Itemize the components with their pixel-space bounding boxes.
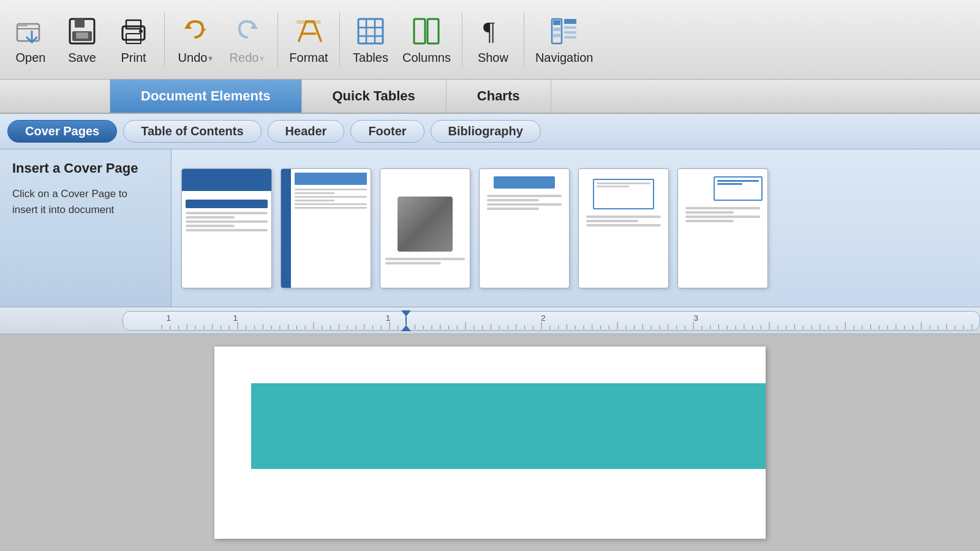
- thumb5-line1: [586, 216, 661, 218]
- document-page: [214, 347, 766, 539]
- cover-thumb-5[interactable]: [578, 168, 669, 288]
- svg-rect-5: [76, 32, 88, 39]
- redo-label: Redo: [230, 51, 259, 65]
- thumb6-inner1: [717, 180, 759, 182]
- svg-rect-3: [75, 19, 85, 28]
- sub-tab-bibliography[interactable]: Bibliography: [431, 120, 541, 143]
- save-label: Save: [68, 51, 96, 65]
- sub-tab-header[interactable]: Header: [268, 120, 345, 143]
- sub-tab-table-of-contents[interactable]: Table of Contents: [123, 120, 261, 143]
- toolbar: Open Save Print: [0, 0, 980, 80]
- thumb5-box: [593, 179, 654, 209]
- navigation-icon: [547, 14, 581, 48]
- tab-quick-tables[interactable]: Quick Tables: [302, 80, 447, 113]
- open-button[interactable]: Open: [6, 6, 55, 73]
- cover-thumb-1[interactable]: [181, 168, 272, 288]
- thumb6-line1: [685, 207, 760, 209]
- thumb4-line2: [487, 199, 539, 201]
- svg-rect-14: [296, 20, 321, 24]
- ruler-indent-marker[interactable]: [401, 310, 411, 331]
- thumb6-line2: [685, 211, 734, 214]
- print-button[interactable]: Print: [109, 6, 158, 73]
- document-teal-bar: [251, 383, 766, 469]
- thumb6-lines: [683, 207, 763, 224]
- navigation-label: Navigation: [535, 51, 594, 65]
- thumb4-line1: [487, 195, 562, 197]
- thumb1-body: [182, 191, 271, 288]
- save-icon: [65, 14, 99, 48]
- svg-rect-28: [553, 20, 560, 25]
- divider-1: [164, 12, 165, 67]
- thumb2-line5: [295, 203, 367, 205]
- svg-marker-11: [203, 29, 206, 32]
- sub-tab-footer[interactable]: Footer: [350, 120, 424, 143]
- open-icon: [13, 14, 48, 48]
- undo-icon: [178, 14, 213, 48]
- cover-section-body: Click on a Cover Page to insert it into …: [12, 186, 159, 217]
- ruler-container: 1 1 1 2 3: [0, 307, 980, 334]
- format-button[interactable]: Format: [284, 6, 333, 73]
- svg-rect-25: [564, 26, 576, 29]
- svg-text:1: 1: [233, 313, 238, 323]
- thumb1-line1: [186, 212, 268, 214]
- divider-4: [462, 12, 462, 67]
- thumb5-line2: [586, 220, 638, 222]
- divider-2: [277, 12, 278, 67]
- thumb2-line6: [295, 207, 367, 209]
- thumb1-line5: [186, 229, 268, 231]
- thumb6-box: [714, 176, 763, 201]
- redo-button[interactable]: Redo ▾: [222, 6, 271, 73]
- svg-point-9: [139, 29, 143, 33]
- thumb4-box: [494, 176, 555, 189]
- cover-thumb-2[interactable]: [281, 168, 371, 288]
- thumb2-body: [291, 169, 371, 288]
- tables-icon: [353, 14, 388, 48]
- cover-section: Insert a Cover Page Click on a Cover Pag…: [0, 149, 980, 307]
- thumb2-line4: [295, 200, 334, 201]
- thumb5-inner-line1: [597, 182, 650, 184]
- open-label: Open: [16, 51, 46, 65]
- show-icon: ¶: [476, 14, 510, 48]
- thumb5-lines: [584, 216, 663, 228]
- thumb4-line4: [487, 208, 539, 210]
- thumb5-inner-line2: [597, 186, 629, 187]
- ruler-marker-stem: [405, 317, 407, 325]
- svg-text:1: 1: [166, 313, 171, 323]
- thumb6-line3: [685, 216, 760, 218]
- thumb3-img-inner: [398, 197, 453, 252]
- tables-button[interactable]: Tables: [346, 6, 395, 73]
- thumb2-sidebar: [281, 169, 291, 288]
- cover-thumb-4[interactable]: [479, 168, 570, 288]
- ruler-marker-bottom: [401, 325, 411, 331]
- thumb3-image: [398, 197, 453, 252]
- cover-thumbnails: [172, 149, 778, 307]
- print-label: Print: [121, 51, 146, 65]
- svg-text:3: 3: [693, 313, 698, 323]
- tables-label: Tables: [353, 51, 388, 65]
- ribbon-tabs: Document Elements Quick Tables Charts: [0, 80, 980, 114]
- svg-rect-29: [553, 28, 560, 31]
- columns-button[interactable]: Columns: [398, 6, 456, 73]
- svg-text:¶: ¶: [483, 17, 495, 45]
- thumb3-line2: [385, 262, 441, 264]
- ruler-marker-top: [401, 310, 411, 317]
- show-button[interactable]: ¶ Show: [469, 6, 518, 73]
- undo-button[interactable]: Undo ▾: [171, 6, 220, 73]
- thumb2-title: [295, 173, 367, 185]
- thumb1-line4: [186, 225, 235, 227]
- print-icon: [116, 14, 151, 48]
- thumb4-lines: [484, 195, 564, 212]
- cover-thumb-6[interactable]: [677, 168, 768, 288]
- document-area: [0, 334, 980, 551]
- tab-document-elements[interactable]: Document Elements: [110, 80, 302, 113]
- thumb2-line2: [295, 192, 334, 194]
- save-button[interactable]: Save: [58, 6, 107, 73]
- sub-tab-cover-pages[interactable]: Cover Pages: [7, 120, 117, 143]
- cover-thumb-3[interactable]: [380, 168, 470, 288]
- tab-charts[interactable]: Charts: [447, 80, 551, 113]
- svg-rect-8: [126, 34, 141, 43]
- navigation-button[interactable]: Navigation: [530, 6, 598, 73]
- thumb3-lines: [380, 258, 470, 266]
- svg-rect-15: [358, 19, 383, 43]
- ruler-svg: 1 1 1 2 3: [129, 312, 973, 329]
